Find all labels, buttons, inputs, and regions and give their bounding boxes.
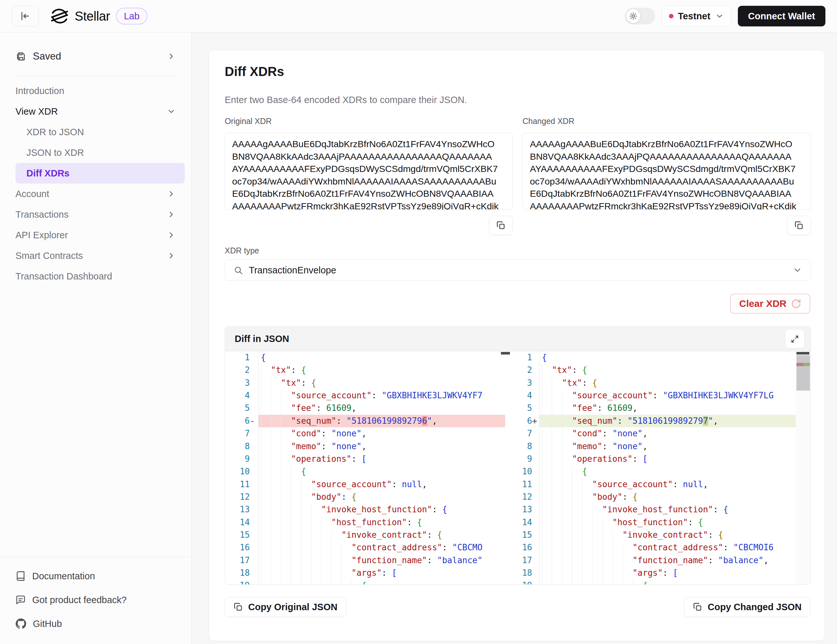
line-number: 10 [225, 465, 259, 478]
line-number: 6- [225, 415, 259, 427]
diff-code-line: "source_account": "GBXBHIHKE3LJWKV4YF7LG [540, 389, 811, 402]
diff-code-line: "function_name": "balance" [259, 554, 505, 567]
diff-code-line: "cond": "none", [540, 427, 811, 440]
clear-xdr-button[interactable]: Clear XDR [730, 294, 810, 314]
diff-code-row: 13"invoke_host_function": { [225, 503, 505, 516]
network-label: Testnet [678, 11, 711, 21]
diff-change-marker [532, 579, 539, 585]
diff-code-line: { [540, 579, 811, 585]
collapse-sidebar-button[interactable] [11, 6, 39, 26]
diff-code-line: "cond": "none", [259, 427, 505, 440]
diff-code-line: "invoke_host_function": { [540, 503, 811, 516]
diff-change-marker [250, 351, 258, 364]
connect-wallet-button[interactable]: Connect Wallet [738, 6, 826, 26]
diff-code-row: 12"body": { [225, 491, 505, 503]
sidebar-item-view-xdr[interactable]: View XDR [0, 101, 191, 122]
diff-code-row: 5"fee": 61609, [225, 402, 505, 414]
diff-change-marker [532, 554, 539, 567]
sidebar-divider [15, 76, 176, 76]
footer-link-github[interactable]: GitHub [15, 614, 176, 633]
copy-original-xdr-button[interactable] [489, 216, 513, 235]
diff-code-row: 13"invoke_host_function": { [513, 503, 811, 516]
right-pane-scrollbar-thumb[interactable] [796, 355, 810, 391]
copy-icon [693, 602, 702, 612]
sidebar-item-transaction-dashboard[interactable]: Transaction Dashboard [0, 266, 191, 287]
diff-code-row: 18"args": [ [513, 567, 811, 579]
line-number: 4 [225, 389, 259, 402]
theme-toggle[interactable] [625, 8, 655, 25]
copy-original-json-button[interactable]: Copy Original JSON [225, 597, 346, 617]
original-xdr-textarea[interactable]: AAAAAgAAAABuE6DqJtabKrzBfrNo6A0Zt1FrFAV4… [225, 133, 513, 210]
diff-change-marker [532, 478, 539, 491]
sidebar-item-label: Transaction Dashboard [15, 271, 176, 282]
sidebar-item-label: JSON to XDR [26, 148, 176, 158]
changed-xdr-textarea[interactable]: AAAAAgAAAABuE6DqJtabKrzBfrNo6A0Zt1FrFAV4… [522, 133, 811, 210]
sidebar-item-api-explorer[interactable]: API Explorer [0, 225, 191, 245]
diff-code-line: "function_name": "balance", [540, 554, 811, 567]
line-number: 3 [513, 377, 540, 389]
line-number: 12 [513, 491, 540, 503]
diff-code-row: 12"body": { [513, 491, 811, 503]
footer-link-documentation[interactable]: Documentation [15, 567, 176, 585]
diff-json-header: Diff in JSON [225, 327, 811, 351]
copy-changed-json-label: Copy Changed JSON [707, 602, 802, 613]
line-number: 9 [513, 453, 540, 465]
diff-code-row: 6+"seq_num": "518106199892797", [513, 415, 811, 427]
line-number: 2 [225, 364, 259, 376]
diff-pane-original[interactable]: 1{2"tx": {3"tx": {4"source_account": "GB… [225, 351, 505, 585]
diff-code-line: { [259, 579, 505, 585]
xdr-text-line: BN8VQAA8KkAAdc3AAAjPQAAAAAAAAAAAAAAAQAAA… [530, 150, 804, 163]
network-select[interactable]: Testnet [661, 6, 731, 26]
diff-code-line: { [540, 351, 811, 364]
right-pane-scrollbar[interactable] [796, 351, 811, 585]
sidebar-item-account[interactable]: Account [0, 184, 191, 204]
xdr-text-line: AYAAAAAAAAAAFExyPDGsqsDWySCSdmgd/trmVQml… [232, 163, 505, 175]
sidebar-item-xdr-to-json[interactable]: XDR to JSON [0, 122, 191, 142]
diff-code-line: "fee": 61609, [540, 402, 811, 414]
diff-pane-changed[interactable]: 1{2"tx": {3"tx": {4"source_account": "GB… [513, 351, 811, 585]
line-number: 5 [513, 402, 540, 414]
sidebar-item-diff-xdrs[interactable]: Diff XDRs [15, 163, 185, 184]
diff-change-marker [532, 351, 539, 364]
sidebar-item-json-to-xdr[interactable]: JSON to XDR [0, 142, 191, 163]
sun-icon [629, 12, 637, 20]
diff-change-marker [250, 503, 258, 516]
diff-change-marker [250, 364, 258, 376]
diff-change-marker [532, 453, 539, 465]
diff-code-line: "invoke_contract": { [259, 529, 505, 541]
sidebar-item-label: Smart Contracts [15, 251, 167, 261]
search-icon [233, 265, 243, 275]
brand[interactable]: Stellar Lab [50, 7, 148, 25]
sidebar-item-saved[interactable]: Saved [15, 47, 176, 66]
left-pane-scrollbar-thumb[interactable] [501, 352, 510, 355]
sidebar-item-smart-contracts[interactable]: Smart Contracts [0, 245, 191, 266]
diff-change-marker [532, 529, 539, 541]
footer-link-got-product-feedback[interactable]: Got product feedback? [15, 591, 176, 609]
diff-json-panel: Diff in JSON 1{2"tx": {3"tx": {4"source_… [225, 327, 811, 585]
sidebar-item-transactions[interactable]: Transactions [0, 204, 191, 225]
diff-code-row: 8"memo": "none", [225, 440, 505, 453]
diff-code-line: "tx": { [259, 377, 505, 389]
diff-change-marker [532, 389, 539, 402]
diff-code-line: "operations": [ [540, 453, 811, 465]
diff-code-row: 2"tx": { [225, 364, 505, 376]
expand-icon [790, 335, 799, 343]
diff-change-marker [250, 516, 258, 529]
line-number: 14 [225, 516, 259, 529]
diff-code-line: "contract_address": "CBCMO [259, 541, 505, 554]
sidebar-item-introduction[interactable]: Introduction [0, 80, 191, 101]
diff-code-row: 7"cond": "none", [225, 427, 505, 440]
page-title: Diff XDRs [225, 64, 284, 79]
line-number: 18 [225, 567, 259, 579]
refresh-icon [791, 299, 801, 309]
expand-diff-button[interactable] [786, 330, 804, 348]
diff-change-marker [532, 503, 539, 516]
line-number: 7 [513, 427, 540, 440]
diff-change-marker [532, 516, 539, 529]
copy-changed-xdr-button[interactable] [787, 216, 811, 235]
diff-change-marker [532, 567, 539, 579]
xdr-type-select[interactable]: TransactionEnvelope [225, 260, 811, 281]
copy-icon [233, 602, 243, 612]
xdr-text-line: AAAAAgAAAABuE6DqJtabKrzBfrNo6A0Zt1FrFAV4… [530, 138, 804, 150]
copy-changed-json-button[interactable]: Copy Changed JSON [684, 597, 810, 617]
